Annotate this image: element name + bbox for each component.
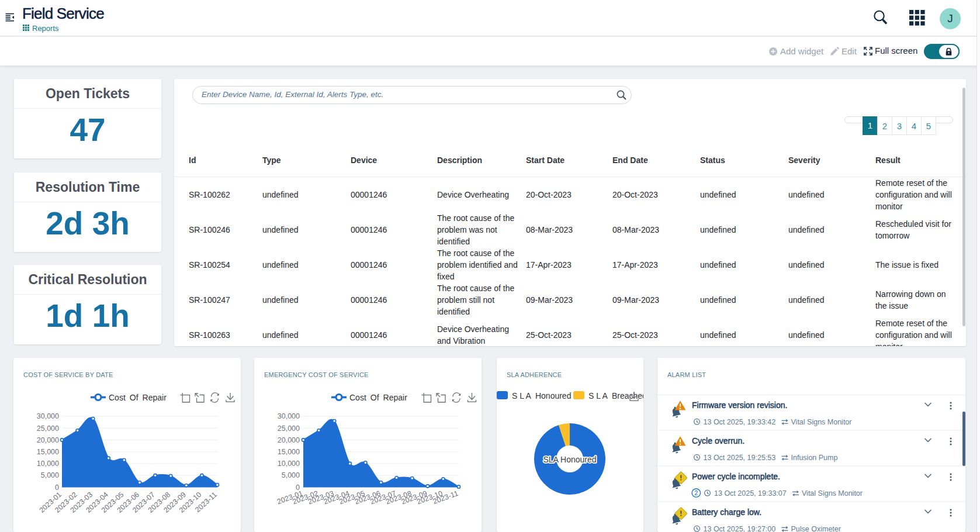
svg-text:Cost Of Repair: Cost Of Repair bbox=[109, 393, 167, 402]
svg-text:5,000: 5,000 bbox=[282, 471, 300, 479]
svg-text:15,000: 15,000 bbox=[37, 448, 59, 456]
svg-text:Vital Signs Monitor: Vital Signs Monitor bbox=[791, 418, 852, 426]
svg-text:Pulse Oximeter: Pulse Oximeter bbox=[791, 525, 841, 532]
svg-text:20,000: 20,000 bbox=[278, 436, 300, 444]
svg-text:10,000: 10,000 bbox=[37, 460, 59, 468]
svg-text:2: 2 bbox=[694, 489, 698, 496]
svg-text:25,000: 25,000 bbox=[278, 424, 300, 433]
svg-text:25,000: 25,000 bbox=[37, 424, 59, 433]
svg-text:S L A Breached: S L A Breached bbox=[588, 391, 643, 400]
svg-text:SLA Honoured: SLA Honoured bbox=[543, 455, 596, 464]
svg-text:13 Oct 2025, 19:27:00: 13 Oct 2025, 19:27:00 bbox=[704, 525, 776, 532]
svg-text:Infusion Pump: Infusion Pump bbox=[791, 454, 838, 462]
svg-text:15,000: 15,000 bbox=[278, 448, 300, 456]
svg-text:20,000: 20,000 bbox=[37, 436, 59, 444]
svg-text:13 Oct 2025, 19:33:07: 13 Oct 2025, 19:33:07 bbox=[714, 489, 787, 498]
svg-text:Vital Signs Monitor: Vital Signs Monitor bbox=[802, 489, 863, 498]
svg-text:13 Oct 2025, 19:25:53: 13 Oct 2025, 19:25:53 bbox=[704, 454, 776, 462]
svg-text:30,000: 30,000 bbox=[37, 412, 59, 420]
svg-text:Cost Of Repair: Cost Of Repair bbox=[349, 393, 407, 402]
svg-text:13 Oct 2025, 19:33:42: 13 Oct 2025, 19:33:42 bbox=[704, 418, 776, 426]
svg-text:5,000: 5,000 bbox=[41, 471, 59, 479]
svg-text:S L A Honoured: S L A Honoured bbox=[512, 391, 571, 400]
svg-text:30,000: 30,000 bbox=[278, 412, 300, 420]
svg-text:10,000: 10,000 bbox=[278, 460, 300, 468]
